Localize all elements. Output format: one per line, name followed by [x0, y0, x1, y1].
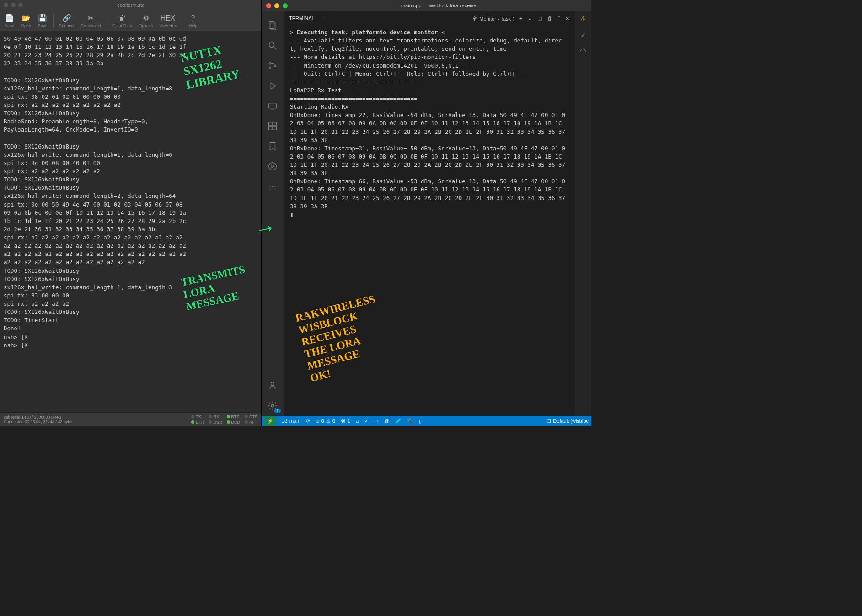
led-rx: RX [209, 414, 222, 419]
led-icon [227, 420, 230, 424]
window-zoom-icon[interactable] [18, 3, 23, 7]
warning-icon[interactable]: ⚠ [580, 15, 586, 23]
explorer-icon[interactable] [262, 16, 284, 36]
connect-button-icon: 🔗 [62, 13, 72, 23]
pio-clean-icon[interactable]: 🗑 [385, 418, 390, 424]
window-close-icon[interactable] [4, 3, 8, 7]
search-icon[interactable] [262, 36, 284, 56]
source-control-icon[interactable] [262, 56, 284, 76]
terminal-line: OnRxDone: Timestamp=31, RssiValue=-50 dB… [290, 144, 568, 178]
coolterm-window: coolterm.stc 📄New📂Open💾Save🔗Connect✂Disc… [0, 0, 262, 426]
open-button-icon: 📂 [21, 13, 31, 23]
play-circle-icon[interactable] [262, 156, 284, 176]
pio-build-icon[interactable]: ✓ [364, 418, 369, 424]
coolterm-titlebar: coolterm.stc [0, 0, 261, 10]
options-button[interactable]: ⚙Options [136, 12, 155, 29]
kill-terminal-icon[interactable]: 🗑 [547, 16, 552, 21]
led-icon [209, 415, 212, 418]
led-dcd: DCD [227, 420, 241, 425]
more-icon[interactable]: ⋯ [262, 176, 284, 196]
svg-rect-10 [269, 122, 272, 126]
task-label[interactable]: Monitor - Task ( [471, 15, 514, 21]
clear-button-icon: 🗑 [118, 13, 128, 23]
vscode-terminal-output[interactable]: > Executing task: platformio device moni… [284, 26, 575, 416]
problems-button[interactable]: ⊘ 0 ⚠ 0 [316, 418, 335, 424]
account-icon[interactable] [262, 376, 284, 396]
svg-line-3 [274, 47, 277, 50]
tool-label: New [5, 23, 14, 28]
save-button[interactable]: 💾Save [35, 12, 50, 29]
window-close-icon[interactable] [266, 3, 271, 8]
window-zoom-icon[interactable] [283, 3, 288, 8]
terminal-line: ===================================== [290, 95, 568, 103]
disconnect-button[interactable]: ✂Disconnect [78, 12, 104, 29]
terminal-line: --- More details at https://bit.ly/pio-m… [290, 53, 568, 61]
panel-tabs: TERMINAL ⋯ Monitor - Task ( + ⌄ ◫ 🗑 ˆ ✕ [284, 11, 575, 26]
led-icon [191, 415, 194, 418]
window-minimize-icon[interactable] [274, 3, 279, 8]
pio-upload-icon[interactable]: → [374, 418, 379, 424]
help-button[interactable]: ?Help [185, 12, 201, 29]
clear-button[interactable]: 🗑Clear Data [110, 12, 135, 29]
remote-icon[interactable] [262, 96, 284, 116]
svg-marker-7 [271, 83, 275, 89]
tab-terminal[interactable]: TERMINAL [289, 14, 315, 23]
svg-point-2 [269, 42, 274, 48]
close-panel-icon[interactable]: ✕ [565, 16, 569, 21]
loading-icon[interactable]: ◠ [580, 47, 586, 55]
coolterm-toolbar: 📄New📂Open💾Save🔗Connect✂Disconnect🗑Clear … [0, 10, 261, 31]
led-cts: CTS [245, 414, 257, 419]
sync-button[interactable]: ⟳ [306, 418, 310, 424]
vscode-statusbar: ⚡ ⎇ main ⟳ ⊘ 0 ⚠ 0 🛠 1 ⌂ ✓ → 🗑 🧪 🔌 ▯ ☐ D… [262, 416, 591, 426]
svg-point-17 [271, 404, 274, 407]
maximize-panel-icon[interactable]: ˆ [558, 16, 560, 21]
terminal-dropdown-icon[interactable]: ⌄ [528, 16, 532, 21]
svg-rect-13 [273, 127, 276, 130]
terminal-line: --- Miniterm on /dev/cu.usbmodem14201 96… [290, 62, 568, 70]
viewhex-button[interactable]: HEXView Hex [156, 12, 179, 29]
settings-gear-icon[interactable]: 1 [262, 396, 284, 416]
open-button[interactable]: 📂Open [18, 12, 34, 29]
terminal-line: ===================================== [290, 78, 568, 86]
led-dtr: DTR [191, 420, 204, 425]
bookmark-icon[interactable] [262, 136, 284, 156]
terminal-cursor: ▮ [290, 211, 294, 218]
tool-label: Clear Data [112, 23, 132, 28]
coolterm-statusbar: usbserial-1410 / 2000000 8-N-1 Connected… [0, 412, 261, 426]
connection-info: Connected 00:06:04, 22444 / 43 bytes [4, 420, 191, 424]
pio-tools-button[interactable]: 🛠 1 [341, 418, 350, 424]
pio-home-icon[interactable]: ⌂ [356, 418, 359, 424]
coolterm-terminal-output[interactable]: 50 49 4e 47 00 01 02 03 04 05 06 07 08 0… [0, 31, 261, 412]
svg-point-4 [269, 63, 271, 64]
led-rts: RTS [227, 414, 241, 419]
pio-test-icon[interactable]: 🧪 [395, 418, 402, 424]
extensions-icon[interactable] [262, 116, 284, 136]
window-minimize-icon[interactable] [11, 3, 16, 7]
tab-more[interactable]: ⋯ [323, 14, 328, 23]
terminal-line: OnRxDone: Timestamp=22, RssiValue=-54 dB… [290, 111, 568, 144]
pio-env-button[interactable]: ☐ Default (wisbloc [546, 418, 589, 424]
new-button-icon: 📄 [5, 13, 15, 23]
save-button-icon: 💾 [37, 13, 48, 23]
tool-label: Open [21, 23, 31, 28]
branch-button[interactable]: ⎇ main [282, 418, 300, 424]
tool-label: Connect [59, 23, 75, 28]
activity-bar: ⋯ 1 [262, 11, 284, 416]
debug-icon[interactable] [262, 76, 284, 96]
coolterm-title: coolterm.stc [0, 2, 262, 8]
remote-button[interactable]: ⚡ [264, 416, 276, 426]
connect-button[interactable]: 🔗Connect [56, 12, 77, 29]
terminal-line: > Executing task: platformio device moni… [290, 28, 568, 37]
new-button[interactable]: 📄New [2, 12, 17, 29]
check-icon[interactable]: ✓ [580, 31, 586, 39]
led-icon [191, 420, 194, 424]
pio-terminal-icon[interactable]: ▯ [419, 418, 422, 424]
led-icon [245, 415, 248, 418]
new-terminal-icon[interactable]: + [519, 16, 522, 21]
split-terminal-icon[interactable]: ◫ [537, 16, 542, 21]
port-info: usbserial-1410 / 2000000 8-N-1 [4, 415, 191, 420]
led-ri: RI [245, 420, 257, 425]
led-icon [245, 420, 248, 424]
terminal-line: Starting Radio.Rx [290, 103, 568, 111]
pio-monitor-icon[interactable]: 🔌 [407, 418, 413, 424]
